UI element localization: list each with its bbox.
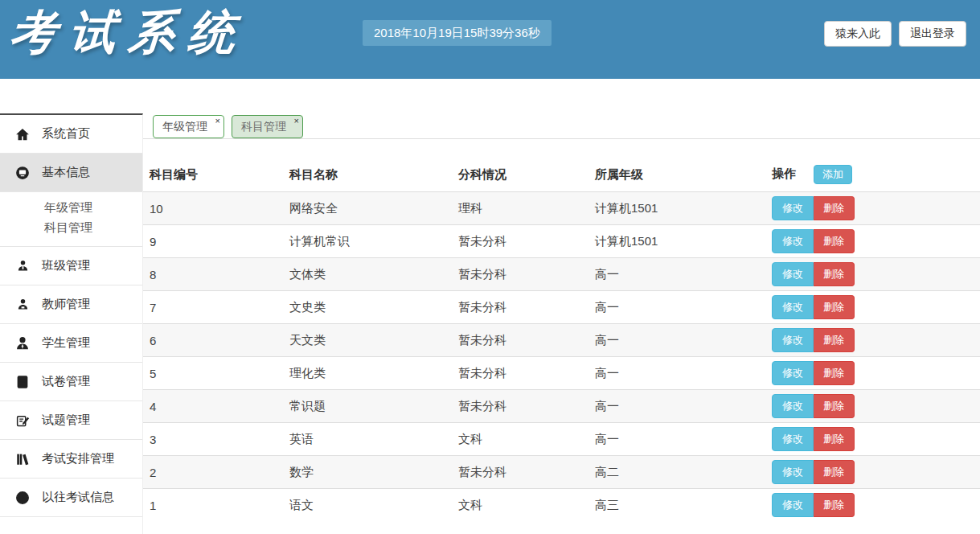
cell-division: 理科 (452, 192, 588, 225)
cell-division: 暂未分科 (452, 291, 588, 324)
delete-button[interactable]: 删除 (814, 394, 855, 418)
sidebar-item-3[interactable]: 教师管理 (0, 285, 142, 324)
row-action-group: 修改删除 (772, 295, 855, 319)
sidebar-item-5[interactable]: 试卷管理 (0, 363, 142, 401)
table-row: 10网络安全理科计算机1501修改删除 (143, 192, 980, 225)
sidebar-item-label: 以往考试信息 (42, 490, 114, 505)
edit-button[interactable]: 修改 (772, 493, 814, 517)
app-logo: 考试系统 (7, 2, 249, 64)
row-action-group: 修改删除 (772, 328, 855, 352)
tab-1[interactable]: 科目管理× (232, 115, 303, 138)
delete-button[interactable]: 删除 (814, 427, 855, 451)
sidebar-item-label: 试题管理 (42, 413, 90, 428)
home-icon (14, 126, 31, 142)
books-icon (14, 451, 31, 467)
table-row: 2数学暂未分科高二修改删除 (143, 456, 980, 489)
cell-id: 9 (143, 225, 283, 258)
edit-button[interactable]: 修改 (772, 262, 814, 286)
edit-button[interactable]: 修改 (772, 361, 814, 385)
cell-grade: 高三 (588, 489, 765, 522)
cell-grade: 高一 (588, 324, 765, 357)
yuan-lai-ru-ci-button[interactable]: 猿来入此 (824, 21, 892, 47)
cell-id: 4 (143, 390, 283, 423)
tab-close-icon[interactable]: × (294, 117, 299, 125)
tab-close-icon[interactable]: × (215, 117, 220, 125)
cell-name: 常识题 (283, 390, 452, 423)
sidebar-item-label: 基本信息 (42, 165, 90, 180)
sidebar-item-label: 班级管理 (42, 258, 90, 273)
col-subject-name: 科目名称 (283, 158, 452, 192)
delete-button[interactable]: 删除 (814, 328, 855, 352)
delete-button[interactable]: 删除 (814, 295, 855, 319)
cell-grade: 计算机1501 (588, 225, 765, 258)
tab-label: 年级管理 (162, 120, 207, 133)
sidebar-item-0[interactable]: 系统首页 (0, 115, 142, 154)
table-row: 3英语文科高一修改删除 (143, 423, 980, 456)
cell-grade: 高一 (588, 291, 765, 324)
logout-button[interactable]: 退出登录 (899, 21, 966, 47)
sidebar-item-7[interactable]: 考试安排管理 (0, 440, 142, 479)
row-action-group: 修改删除 (772, 394, 855, 418)
delete-button[interactable]: 删除 (814, 361, 855, 385)
row-action-group: 修改删除 (772, 262, 855, 286)
row-action-group: 修改删除 (772, 460, 855, 484)
sidebar-item-1[interactable]: 基本信息 (0, 154, 142, 192)
edit-button[interactable]: 修改 (772, 295, 814, 319)
exam-paper-icon (14, 374, 31, 390)
delete-button[interactable]: 删除 (814, 460, 855, 484)
edit-button[interactable]: 修改 (772, 196, 814, 220)
sidebar-item-label: 考试安排管理 (42, 451, 114, 466)
delete-button[interactable]: 删除 (814, 229, 855, 253)
cell-name: 文史类 (283, 291, 452, 324)
row-action-group: 修改删除 (772, 196, 855, 220)
table-row: 6天文类暂未分科高一修改删除 (143, 324, 980, 357)
row-action-group: 修改删除 (772, 229, 855, 253)
delete-button[interactable]: 删除 (814, 493, 855, 517)
edit-button[interactable]: 修改 (772, 394, 814, 418)
edit-button[interactable]: 修改 (772, 229, 814, 253)
sidebar-item-6[interactable]: 试题管理 (0, 401, 142, 440)
cell-actions: 修改删除 (765, 291, 980, 324)
edit-button[interactable]: 修改 (772, 328, 814, 352)
table-row: 7文史类暂未分科高一修改删除 (143, 291, 980, 324)
sidebar-subitem-1-1[interactable]: 科目管理 (0, 218, 142, 238)
cell-actions: 修改删除 (765, 489, 980, 522)
cell-division: 文科 (452, 423, 588, 456)
sidebar-subitem-1-0[interactable]: 年级管理 (0, 198, 142, 218)
cell-id: 5 (143, 357, 283, 390)
cell-division: 暂未分科 (452, 258, 588, 291)
sidebar-item-label: 试卷管理 (42, 374, 90, 389)
sidebar-item-2[interactable]: 班级管理 (0, 247, 142, 285)
add-subject-button[interactable]: 添加 (814, 165, 852, 184)
delete-button[interactable]: 删除 (814, 262, 855, 286)
col-actions-label: 操作 (772, 166, 796, 180)
cell-id: 10 (143, 192, 283, 225)
delete-button[interactable]: 删除 (814, 196, 855, 220)
tab-label: 科目管理 (241, 120, 286, 133)
cell-id: 7 (143, 291, 283, 324)
table-row: 1语文文科高三修改删除 (143, 489, 980, 522)
cell-division: 暂未分科 (452, 324, 588, 357)
cell-name: 天文类 (283, 324, 452, 357)
edit-button[interactable]: 修改 (772, 460, 814, 484)
tab-bar: 年级管理×科目管理× (143, 113, 980, 139)
cell-division: 文科 (452, 489, 588, 522)
server-time: 2018年10月19日15时39分36秒 (363, 20, 552, 46)
cell-division: 暂未分科 (452, 456, 588, 489)
sidebar-item-label: 学生管理 (42, 335, 90, 351)
cell-name: 数学 (283, 456, 452, 489)
cell-name: 理化类 (283, 357, 452, 390)
sidebar-item-4[interactable]: 学生管理 (0, 324, 142, 363)
col-division: 分科情况 (452, 158, 588, 192)
edit-button[interactable]: 修改 (772, 427, 814, 451)
cell-actions: 修改删除 (765, 390, 980, 423)
class-user-icon (14, 258, 31, 274)
cell-actions: 修改删除 (765, 456, 980, 489)
sidebar-submenu: 年级管理科目管理 (0, 192, 142, 247)
subject-table: 科目编号 科目名称 分科情况 所属年级 操作添加 10网络安全理科计算机1501… (143, 158, 980, 522)
sidebar-item-8[interactable]: 以往考试信息 (0, 479, 142, 517)
cell-grade: 高二 (588, 456, 765, 489)
tab-0[interactable]: 年级管理× (153, 115, 224, 138)
question-edit-icon (14, 413, 31, 429)
sidebar-item-label: 系统首页 (42, 126, 90, 142)
